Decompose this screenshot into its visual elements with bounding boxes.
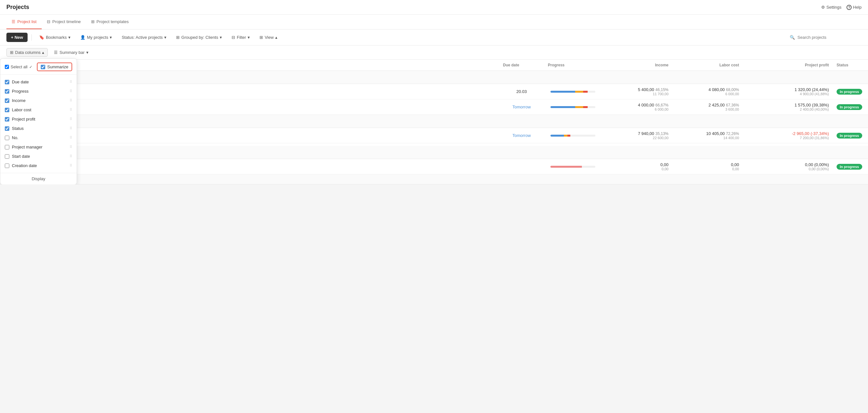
drag-handle[interactable]: ⠿ xyxy=(70,136,72,140)
person-icon: 👤 xyxy=(80,35,85,40)
page-title: Projects xyxy=(6,4,29,10)
th-profit: Project profit xyxy=(743,63,833,67)
table-row: Mobile App Client A Tomorrow 4 000,0066,… xyxy=(0,99,868,115)
income-checkbox[interactable] xyxy=(5,98,9,103)
arrow-up-icon: ▴ xyxy=(42,50,44,55)
drag-handle[interactable]: ⠿ xyxy=(70,80,72,84)
list-item[interactable]: No. ⠿ xyxy=(0,133,77,142)
progress-bar xyxy=(551,91,595,93)
labor-cell: 10 405,0072,26% 14 400,00 xyxy=(672,131,743,140)
filter-button[interactable]: ⊟ Filter ▾ xyxy=(228,33,253,42)
status-button[interactable]: Status: Active projects ▾ xyxy=(118,33,170,42)
tab-project-timeline[interactable]: ⊟ Project timeline xyxy=(42,15,86,29)
data-columns-button[interactable]: ⊞ Data columns ▴ xyxy=(6,48,48,57)
chevron-down-icon: ▾ xyxy=(68,35,70,40)
dropdown-header: Select all ✓ Summarize xyxy=(0,63,77,75)
due-date-checkbox[interactable] xyxy=(5,80,9,84)
progress-blue xyxy=(551,106,575,108)
chevron-down-icon-3: ▾ xyxy=(164,35,166,40)
template-icon: ⊞ xyxy=(91,19,95,24)
list-item[interactable]: Start date ⠿ xyxy=(0,152,77,161)
tab-project-templates[interactable]: ⊞ Project templates xyxy=(86,15,134,29)
start-date-checkbox[interactable] xyxy=(5,154,9,159)
th-status: Status xyxy=(833,63,868,67)
project-profit-checkbox[interactable] xyxy=(5,117,9,122)
bookmarks-button[interactable]: 🔖 Bookmarks ▾ xyxy=(36,33,74,42)
status-cell: In progress xyxy=(833,89,868,94)
profit-cell: 1 320,00 (24,44%) 4 900,00 (41,88%) xyxy=(743,87,833,96)
chevron-down-icon-2: ▾ xyxy=(110,35,112,40)
status-cell: In progress xyxy=(833,133,868,138)
drag-handle[interactable]: ⠿ xyxy=(70,154,72,158)
search-input[interactable] xyxy=(798,35,862,40)
drag-handle[interactable]: ⠿ xyxy=(70,145,72,149)
progress-yellow xyxy=(575,106,583,108)
list-item[interactable]: Labor cost ⠿ xyxy=(0,105,77,115)
help-icon: ? xyxy=(846,5,851,10)
summarize-button[interactable]: Summarize xyxy=(37,63,72,71)
due-date-cell: Tomorrow xyxy=(499,133,544,138)
view-button[interactable]: ⊞ View ▴ xyxy=(256,33,281,42)
progress-bar xyxy=(551,106,595,108)
help-button[interactable]: ? Help xyxy=(846,5,862,10)
drag-handle[interactable]: ⠿ xyxy=(70,163,72,168)
labor-cost-checkbox[interactable] xyxy=(5,108,9,112)
drag-handle[interactable]: ⠿ xyxy=(70,117,72,121)
progress-checkbox[interactable] xyxy=(5,89,9,94)
group-label-client-a[interactable]: Client A xyxy=(16,75,868,80)
data-columns-dropdown: Select all ✓ Summarize Due date ⠿ Progre… xyxy=(0,58,77,184)
list-item[interactable]: Creation date ⠿ xyxy=(0,161,77,170)
select-all-label[interactable]: Select all ✓ xyxy=(5,64,32,69)
profit-cell: 0,00 (0,00%) 0,00 (0,00%) xyxy=(743,162,833,171)
drag-handle[interactable]: ⠿ xyxy=(70,126,72,130)
group-label-client-b[interactable]: Client B xyxy=(16,119,868,124)
no-checkbox[interactable] xyxy=(5,136,9,140)
select-all-checkbox[interactable] xyxy=(5,65,9,69)
list-item[interactable]: Project profit ⠿ xyxy=(0,115,77,124)
group-header-client-c: Client C xyxy=(0,146,868,159)
drag-handle[interactable]: ⠿ xyxy=(70,108,72,112)
progress-cell xyxy=(544,106,602,108)
bookmark-icon: 🔖 xyxy=(39,35,44,40)
income-cell: 7 940,0035,13% 22 600,00 xyxy=(602,131,672,140)
list-item[interactable]: Status ⠿ xyxy=(0,124,77,133)
table-header: Due date Progress Income Labor cost Proj… xyxy=(0,60,868,71)
income-cell: 0,00 0,00 xyxy=(602,162,672,171)
drag-handle[interactable]: ⠿ xyxy=(70,89,72,93)
list-item[interactable]: Project manager ⠿ xyxy=(0,142,77,152)
summarize-checkbox[interactable] xyxy=(41,65,45,69)
list-item[interactable]: Progress ⠿ xyxy=(0,87,77,96)
project-name-cell: Mobile App Client A xyxy=(16,103,499,111)
th-labor-cost: Labor cost xyxy=(672,63,743,67)
due-date-cell: Tomorrow xyxy=(499,104,544,109)
summary-bar-button[interactable]: ☰ Summary bar ▾ xyxy=(50,48,92,57)
list-item[interactable]: Income ⠿ xyxy=(0,96,77,105)
group-label-client-c[interactable]: Client C xyxy=(16,150,868,155)
creation-date-checkbox[interactable] xyxy=(5,163,9,168)
grouped-button[interactable]: ⊞ Grouped by: Clients ▾ xyxy=(173,33,225,42)
status-badge: In progress xyxy=(837,104,862,110)
progress-yellow xyxy=(575,91,583,93)
summary-row: Total 1 projects xyxy=(0,174,868,184)
dropdown-items-list: Due date ⠿ Progress ⠿ Income ⠿ Labor cos… xyxy=(0,75,77,173)
display-button[interactable]: Display xyxy=(0,173,77,184)
timeline-icon: ⊟ xyxy=(47,19,50,24)
tab-project-list[interactable]: ☰ Project list xyxy=(6,15,42,29)
progress-bar xyxy=(551,166,595,168)
new-button[interactable]: + New xyxy=(6,33,28,42)
drag-handle[interactable]: ⠿ xyxy=(70,98,72,103)
my-projects-button[interactable]: 👤 My projects ▾ xyxy=(77,33,116,42)
labor-cell: 0,00 0,00 xyxy=(672,162,743,171)
due-date-cell: 20.03 xyxy=(499,89,544,94)
project-manager-checkbox[interactable] xyxy=(5,145,9,150)
settings-button[interactable]: ⚙ Settings xyxy=(821,5,841,10)
project-name-cell: Website Redesign Client A xyxy=(16,87,499,96)
page-header: Projects ⚙ Settings ? Help xyxy=(0,0,868,15)
tab-bar: ☰ Project list ⊟ Project timeline ⊞ Proj… xyxy=(0,15,868,30)
search-area: 🔍 xyxy=(790,35,862,40)
status-checkbox[interactable] xyxy=(5,126,9,131)
filter-icon: ⊟ xyxy=(231,35,235,40)
list-item[interactable]: Due date ⠿ xyxy=(0,77,77,87)
list-icon: ☰ xyxy=(11,19,16,24)
project-name-cell: Marketing Campaign Client C xyxy=(16,162,499,171)
